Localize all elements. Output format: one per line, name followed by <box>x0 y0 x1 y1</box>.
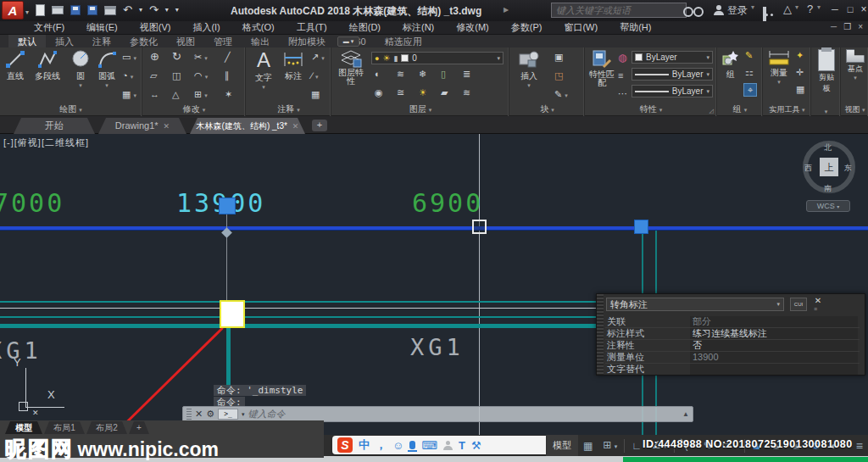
viewport-controls[interactable]: [-][俯视][二维线框] <box>3 136 89 149</box>
ribbon-tab-manage[interactable]: 管理 <box>204 35 242 47</box>
ribbon-tab-output[interactable]: 输出 <box>242 35 279 47</box>
layer-make-current-icon[interactable]: ◉ <box>375 86 383 98</box>
group-button[interactable]: 组 <box>720 49 742 81</box>
statusbar-model-button[interactable]: 模型 <box>546 435 578 456</box>
point-id-icon[interactable]: ✛ <box>796 66 804 78</box>
exchange-apps-icon[interactable]: △ <box>783 3 792 15</box>
color-dropdown[interactable]: ByLayer▾ <box>632 51 713 64</box>
ribbon-tab-annotate[interactable]: 注释 <box>83 35 120 47</box>
save-icon[interactable] <box>70 5 81 15</box>
menu-format[interactable]: 格式(O) <box>242 21 275 34</box>
help-icon[interactable]: ? <box>807 3 813 15</box>
ime-punctuation-toggle[interactable]: ， <box>376 437 387 453</box>
menu-draw[interactable]: 绘图(D) <box>349 21 381 34</box>
ime-lang-toggle[interactable]: 中 <box>359 437 370 453</box>
layer-properties-button[interactable]: 图层特性 <box>335 49 367 86</box>
clipboard-paste-button[interactable]: 剪贴板 <box>816 49 837 94</box>
customization-menu-icon[interactable]: ≡ <box>851 436 868 456</box>
panel-groups-label[interactable]: 组 ▾ <box>718 103 762 115</box>
menu-modify[interactable]: 修改(M) <box>456 21 489 34</box>
dimension-text-right[interactable]: 6900 <box>412 188 483 218</box>
stretch-icon[interactable]: ↔ <box>150 88 159 100</box>
doc-close-icon[interactable]: × <box>858 22 863 31</box>
explode-icon[interactable]: ✶ <box>225 88 232 100</box>
layer-thaw-sun-icon[interactable]: ☀ <box>382 53 390 63</box>
menu-parametric[interactable]: 参数(P) <box>511 21 542 34</box>
ime-keyboard-icon[interactable]: ⌨ <box>421 439 437 452</box>
panel-properties-label[interactable]: 特性 ▾ <box>586 103 716 115</box>
leader-icon[interactable]: ↗ ▾ <box>311 51 325 64</box>
palette-close-icon[interactable]: ✕ <box>812 297 824 305</box>
minimize-button[interactable]: ─ <box>829 3 841 15</box>
signin-label[interactable]: 登录 <box>727 3 748 18</box>
app-menu-chevron-icon[interactable]: ▾ <box>25 8 29 16</box>
object-color-wheel-icon[interactable]: ◍ <box>618 52 626 64</box>
insert-block-button[interactable]: 插入▾ <box>514 49 544 89</box>
ribbon-tab-featured[interactable]: 精选应用 <box>376 35 431 47</box>
dimension-text-left[interactable]: 7000 <box>0 188 64 218</box>
help-chevron-icon[interactable]: ▾ <box>817 3 821 11</box>
ribbon-tab-view[interactable]: 视图 <box>167 35 204 47</box>
command-history-expand-icon[interactable]: ▲ <box>682 410 689 418</box>
match-properties-button[interactable]: 特性匹配 <box>587 49 616 87</box>
tab-close-icon[interactable]: ✕ <box>164 122 170 131</box>
tab-close-icon[interactable]: ✕ <box>292 122 299 131</box>
doc-minimize-icon[interactable]: ─ <box>831 22 837 31</box>
erase-icon[interactable]: ╱ <box>225 51 231 63</box>
layer-stack-icon[interactable]: ≣ <box>463 68 470 80</box>
rectangle-icon[interactable]: ▭ ▾ <box>122 51 136 64</box>
palette-options-icon[interactable]: ≡ <box>814 306 817 312</box>
panel-block-label[interactable]: 块 ▾ <box>510 103 584 115</box>
ime-emoji-icon[interactable]: ☺ <box>392 439 403 452</box>
arc-chevron-icon[interactable]: ▾ <box>93 82 120 89</box>
viewcube-top-face[interactable]: 上 <box>820 158 838 176</box>
menu-dimension[interactable]: 标注(N) <box>403 21 434 34</box>
layer-dropdown-chevron-icon[interactable]: ▾ <box>497 55 500 62</box>
command-customize-wrench-icon[interactable]: ⚙ <box>206 407 214 421</box>
qat-customize-icon[interactable]: ▾ <box>175 3 179 18</box>
help-search-input[interactable] <box>551 3 687 18</box>
grip-hover-white[interactable] <box>472 220 487 234</box>
file-tab-start[interactable]: 开始 <box>14 118 95 134</box>
group-selection-toggle-icon[interactable]: ⌖ <box>743 83 757 97</box>
save-as-icon[interactable] <box>87 5 97 15</box>
copy-icon[interactable]: ▱ <box>150 70 157 81</box>
layout-tab-1[interactable]: 布局1 <box>44 421 85 434</box>
dimension-line[interactable] <box>0 226 868 230</box>
block-attributes-icon[interactable]: ✎ ▾ <box>554 88 568 102</box>
group-edit-icon[interactable]: ⚏ <box>745 66 754 78</box>
search-expand-icon[interactable]: ▶ <box>504 6 509 14</box>
exchange-chevron-icon[interactable]: ▾ <box>795 3 798 11</box>
drawing-canvas[interactable]: [-][俯视][二维线框] 7000 13900 6900 XG1 XG1 Y <box>0 134 868 435</box>
command-close-icon[interactable]: ✕ <box>195 407 203 421</box>
command-recent-chevron-icon[interactable]: ▾ <box>242 407 245 421</box>
doc-restore-icon[interactable]: ❐ <box>843 22 851 31</box>
quick-select-icon[interactable]: ✦ <box>796 49 804 61</box>
object-type-dropdown[interactable]: 转角标注▾ <box>606 298 784 311</box>
command-grip-handle[interactable] <box>186 409 192 420</box>
quick-calc-icon[interactable]: ▦ <box>796 83 804 95</box>
new-drawing-tab-button[interactable]: + <box>312 120 327 131</box>
edit-block-icon[interactable]: ◳ <box>554 70 563 81</box>
line-button[interactable]: 直线 <box>2 49 29 82</box>
layout-tab-2[interactable]: 布局2 <box>86 421 127 434</box>
app-logo-icon[interactable]: A <box>2 1 24 19</box>
move-icon[interactable]: ⊕ <box>150 51 159 63</box>
scale-icon[interactable]: △ <box>172 88 179 100</box>
linetype-dropdown[interactable]: ByLayer▾ <box>632 68 713 81</box>
plot-icon[interactable] <box>104 6 116 15</box>
table-icon[interactable]: ▦ <box>311 88 320 100</box>
panel-clipboard-label[interactable]: ▾ <box>812 106 840 115</box>
column-block[interactable] <box>220 300 245 328</box>
grip-selected-blue[interactable] <box>219 198 236 214</box>
panel-annotate-label[interactable]: 注释 ▾ <box>247 103 331 115</box>
panel-modify-label[interactable]: 修改 ▾ <box>143 103 245 115</box>
layer-unlock-icon[interactable]: ▯ <box>441 68 446 80</box>
menu-insert[interactable]: 插入(I) <box>192 21 220 34</box>
command-prompt-icon[interactable]: >_ <box>218 409 238 420</box>
mirror-icon[interactable]: ◫ <box>172 70 181 81</box>
ime-toolbox-icon[interactable]: ⚒ <box>471 439 481 452</box>
menu-file[interactable]: 文件(F) <box>34 21 64 34</box>
layer-off-icon[interactable]: ◐ <box>375 68 381 80</box>
hatch-icon[interactable]: ▦ ▾ <box>122 88 136 102</box>
